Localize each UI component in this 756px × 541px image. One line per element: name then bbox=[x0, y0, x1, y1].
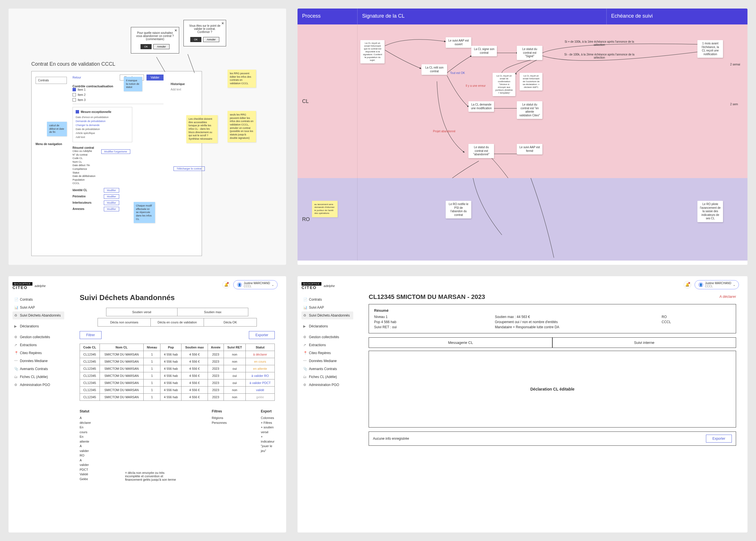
nav-item-contrats[interactable]: 📄Contrats bbox=[301, 295, 353, 303]
process-card[interactable]: La CL relit son contrat bbox=[422, 64, 447, 75]
table-row[interactable]: CL12345SMICTOM DU MARSAN14 556 hab4 556 … bbox=[80, 394, 275, 401]
nav-item-citeo-rep-res[interactable]: 📍Citeo Repères bbox=[13, 349, 64, 357]
tab-soutien-max[interactable]: Soutien max bbox=[178, 308, 248, 316]
nav-item-gestion-collectivit-s[interactable]: ⚙Gestion collectivités bbox=[301, 333, 353, 341]
process-card[interactable]: Le RO pilote l'avancement de la saisie d… bbox=[697, 201, 723, 222]
sticky-note[interactable]: Il manque la notion de statut bbox=[124, 77, 142, 91]
checkbox-icon[interactable] bbox=[73, 93, 76, 96]
nav-item-fiches-cl-ad-lie-[interactable]: 🗂Fiches CL (Adélie) bbox=[13, 373, 64, 381]
notification-icon[interactable]: 🔔 bbox=[222, 281, 230, 288]
table-header[interactable]: Code CL bbox=[80, 344, 100, 351]
table-row[interactable]: CL12345SMICTOM DU MARSAN14 556 hab4 556 … bbox=[80, 351, 275, 358]
nav-item-administration-pgo[interactable]: ⚙Administration PGO bbox=[13, 381, 64, 389]
nav-item-citeo-rep-res[interactable]: 📍Citeo Repères bbox=[301, 349, 353, 357]
validate-button[interactable]: Valider bbox=[147, 75, 164, 81]
dialog-cancel-button[interactable]: Annuler bbox=[153, 44, 170, 49]
process-card[interactable]: Le suivi AAP est ouvert bbox=[446, 37, 471, 48]
table-row[interactable]: CL12345SMICTOM DU MARSAN14 556 hab4 556 … bbox=[80, 379, 275, 386]
table-header[interactable]: Statut bbox=[245, 344, 275, 351]
nav-item-avenants-contrats[interactable]: 📎Avenants Contrats bbox=[13, 365, 64, 373]
process-card[interactable]: 1 mois avant l'échéance, la CL reçoit un… bbox=[697, 40, 723, 58]
modify-org-button[interactable]: Modifier l'organisme bbox=[101, 149, 130, 154]
tab-decla-non[interactable]: Décla non soumises bbox=[98, 318, 151, 326]
process-card[interactable]: Le RO notifie le PSI de l'abandon du con… bbox=[446, 201, 471, 219]
process-card[interactable]: Le statut du contrat est "en attente val… bbox=[517, 101, 543, 119]
nav-item-administration-pgo[interactable]: ⚙Administration PGO bbox=[301, 381, 353, 389]
notification-icon[interactable]: 🔔 bbox=[684, 281, 691, 288]
app-sidebar: BACKOFFICECITEO adelphe 📄Contrats📊Suivi … bbox=[297, 276, 357, 532]
tab-decla-ok[interactable]: Décla OK bbox=[204, 318, 256, 326]
process-card[interactable]: La CL reçoit un email l'informant que le… bbox=[360, 40, 385, 63]
process-card[interactable]: La CL reçoit un email l'informant de l'o… bbox=[520, 73, 543, 91]
table-row[interactable]: CL12345SMICTOM DU MARSAN14 556 hab4 556 … bbox=[80, 372, 275, 379]
tab-decla-cours[interactable]: Décla en cours de validation bbox=[151, 318, 203, 326]
download-button[interactable]: Télécharger le contrat bbox=[174, 166, 205, 171]
process-card[interactable]: La CL signe son contrat bbox=[471, 46, 497, 56]
nav-item-gestion-collectivit-s[interactable]: ⚙Gestion collectivités bbox=[13, 333, 64, 341]
modify-button[interactable]: Modifier bbox=[104, 207, 119, 211]
table-header[interactable]: Soutien max bbox=[182, 344, 207, 351]
export-button[interactable]: Exporter bbox=[249, 331, 275, 339]
back-link[interactable]: Retour bbox=[73, 76, 81, 79]
process-card[interactable]: Le statut du contrat est "Signé" bbox=[517, 46, 543, 60]
close-icon[interactable]: ✕ bbox=[175, 28, 177, 32]
mesure-field[interactable]: Changer la demande bbox=[76, 123, 129, 127]
nav-item-avenants-contrats[interactable]: 📎Avenants Contrats bbox=[301, 365, 353, 373]
nav-item-suivi-d-chets-abandonn-s[interactable]: ♻Suivi Déchets Abandonnés bbox=[301, 311, 353, 319]
sticky-note[interactable]: seuls les RRG peuvent éditer les infos d… bbox=[227, 111, 256, 142]
nav-item-donn-es-mediane[interactable]: 〰Données Mediane bbox=[301, 357, 353, 365]
export-button[interactable]: Exporter bbox=[706, 435, 732, 443]
process-card[interactable]: La CL reçoit un email de confirmation "V… bbox=[493, 73, 515, 96]
process-card[interactable]: Le statut du contrat est "abandonné" bbox=[469, 144, 494, 158]
dialog-ok-button[interactable]: OK bbox=[190, 37, 201, 42]
dialog-cancel-button[interactable]: Annuler bbox=[203, 37, 219, 42]
nav-item-fiches-cl-ad-lie-[interactable]: 🗂Fiches CL (Adélie) bbox=[301, 373, 353, 381]
table-row[interactable]: CL12345SMICTOM DU MARSAN14 556 hab4 556 … bbox=[80, 358, 275, 365]
app-suivi-dechets-detail: BACKOFFICECITEO adelphe 📄Contrats📊Suivi … bbox=[297, 276, 747, 532]
checkbox-icon[interactable] bbox=[76, 110, 79, 114]
table-row[interactable]: CL12345SMICTOM DU MARSAN14 556 hab4 556 … bbox=[80, 365, 275, 372]
table-row[interactable]: CL12345SMICTOM DU MARSAN14 556 hab4 556 … bbox=[80, 386, 275, 394]
process-card[interactable]: Le suivi AAP est fermé bbox=[517, 144, 543, 155]
mesure-field[interactable]: Date de prévalidation bbox=[76, 127, 129, 131]
process-card[interactable]: La CL demande une modification bbox=[469, 101, 494, 112]
checkbox-icon[interactable] bbox=[73, 98, 76, 102]
table-header[interactable]: Niveau bbox=[144, 344, 161, 351]
tab-soutien-verse[interactable]: Soutien versé bbox=[106, 308, 178, 316]
nav-item-donn-es-mediane[interactable]: 〰Données Mediane bbox=[13, 357, 64, 365]
declaration-panel[interactable]: Déclaration CL éditable bbox=[369, 351, 736, 427]
nav-item-suivi-aap[interactable]: 📊Suivi AAP bbox=[301, 303, 353, 311]
nav-item-extractions[interactable]: ↗Extractions bbox=[13, 341, 64, 349]
nav-item-contrats[interactable]: 📄Contrats bbox=[13, 295, 64, 303]
sticky-note[interactable]: Chaque modif effectuée ici se répercute … bbox=[134, 202, 155, 223]
mesure-field[interactable]: Demande de prévalidation bbox=[76, 119, 129, 123]
sticky-note[interactable]: Les checklist doivent être accessibles l… bbox=[186, 115, 217, 143]
modify-button[interactable]: Modifier bbox=[104, 194, 119, 199]
sticky-note[interactable]: au lancement sera demandé d'informer le … bbox=[312, 201, 338, 217]
user-menu[interactable]: 👤 Justine MARCHANDCCCL ⌄ bbox=[233, 280, 278, 289]
table-header[interactable]: Suivi RET bbox=[224, 344, 246, 351]
nav-item-d-clarations[interactable]: ▶Déclarations bbox=[301, 322, 353, 330]
checkbox-icon[interactable] bbox=[73, 88, 76, 91]
nav-item-extractions[interactable]: ↗Extractions bbox=[301, 341, 353, 349]
sidebar-contrats[interactable]: Contrats bbox=[36, 77, 67, 84]
nav-item-suivi-aap[interactable]: 📊Suivi AAP bbox=[13, 303, 64, 311]
filter-button[interactable]: Filtrer bbox=[80, 331, 102, 339]
tab-suivi-interne[interactable]: Suivi interne bbox=[553, 337, 736, 348]
mesure-field[interactable]: Date d'envoi en prévalidation bbox=[76, 115, 129, 119]
sticky-note[interactable]: calcul de début et date de fin bbox=[47, 122, 67, 136]
nav-item-suivi-d-chets-abandonn-s[interactable]: ♻Suivi Déchets Abandonnés bbox=[13, 311, 64, 319]
sticky-note[interactable]: les RRG peuvent éditer les infos des con… bbox=[227, 70, 256, 88]
table-header[interactable]: Nom CL bbox=[100, 344, 143, 351]
user-menu[interactable]: 👤 Justine MARCHANDCCCL ⌄ bbox=[695, 280, 739, 289]
close-icon[interactable]: ✕ bbox=[221, 21, 224, 25]
nav-item-d-clarations[interactable]: ▶Déclarations bbox=[13, 322, 64, 330]
tab-messagerie[interactable]: Messagerie CL bbox=[369, 337, 553, 348]
mesure-field[interactable]: Add text bbox=[76, 135, 129, 139]
modify-button[interactable]: Modifier bbox=[104, 188, 119, 193]
table-header[interactable]: Année bbox=[207, 344, 224, 351]
table-header[interactable]: Pop bbox=[161, 344, 182, 351]
mesure-field[interactable]: Article spécifique bbox=[76, 131, 129, 135]
dialog-ok-button[interactable]: OK bbox=[141, 44, 152, 49]
modify-button[interactable]: Modifier bbox=[104, 201, 119, 205]
